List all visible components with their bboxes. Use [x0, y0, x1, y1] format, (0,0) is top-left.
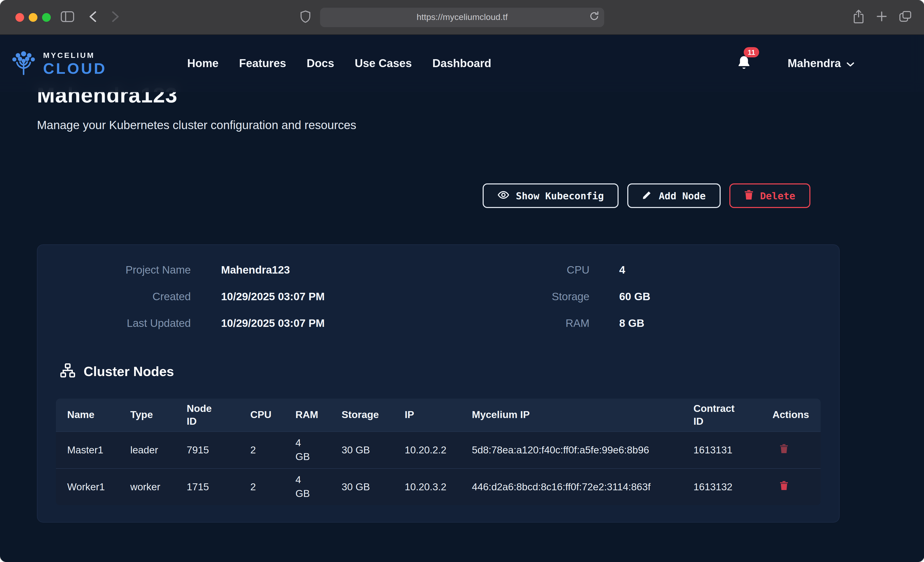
table-header-row: Name Type Node ID CPU RAM Storage IP Myc… — [56, 399, 820, 431]
cell-cpu: 2 — [239, 468, 284, 505]
details-right-column: CPU 4 Storage 60 GB RAM 8 GB — [438, 262, 820, 331]
cell-type: worker — [119, 468, 176, 505]
browser-window: https://myceliumcloud.tf — [0, 0, 924, 562]
delete-node-button[interactable] — [780, 444, 788, 455]
nav-item-dashboard[interactable]: Dashboard — [432, 57, 491, 70]
cell-contract-id: 1613131 — [682, 431, 761, 468]
col-contract-id: Contract ID — [682, 399, 761, 431]
cluster-nodes-label: Cluster Nodes — [84, 363, 174, 380]
reload-icon — [590, 11, 599, 24]
brand-logo[interactable]: MYCELIUM CLOUD — [9, 49, 106, 78]
reload-button[interactable] — [590, 11, 599, 24]
close-window-button[interactable] — [15, 13, 24, 21]
node-row-worker1: Worker1 worker 1715 2 4 GB 30 GB 10.20.3… — [56, 468, 820, 505]
col-ip: IP — [393, 399, 460, 431]
cpu-label: CPU — [438, 262, 590, 278]
storage-value: 60 GB — [620, 289, 820, 304]
cell-contract-id: 1613132 — [682, 468, 761, 505]
nav-item-features[interactable]: Features — [239, 57, 286, 70]
bell-icon — [737, 55, 751, 72]
show-kubeconfig-button[interactable]: Show Kubeconfig — [483, 184, 619, 208]
nodes-table-wrap: Name Type Node ID CPU RAM Storage IP Myc… — [56, 399, 820, 505]
col-type: Type — [119, 399, 176, 431]
notifications-button[interactable]: 11 — [737, 55, 751, 72]
col-ram: RAM — [284, 399, 330, 431]
browser-toolbar: https://myceliumcloud.tf — [0, 0, 924, 35]
tabs-icon — [899, 11, 911, 24]
cell-type: leader — [119, 431, 176, 468]
pencil-icon — [642, 190, 652, 202]
trash-icon — [780, 481, 788, 492]
back-button[interactable] — [88, 10, 99, 24]
cell-ip: 10.20.2.2 — [393, 431, 460, 468]
page-subtitle: Manage your Kubernetes cluster configura… — [37, 118, 839, 132]
col-cpu: CPU — [239, 399, 284, 431]
cell-name: Worker1 — [56, 468, 119, 505]
forward-icon — [110, 10, 120, 24]
cell-mycelium-ip: 5d8:78ea:a120:f40c:ff0f:a5fe:99e6:8b96 — [460, 431, 682, 468]
show-kubeconfig-label: Show Kubeconfig — [516, 190, 604, 201]
cell-cpu: 2 — [239, 431, 284, 468]
ram-label: RAM — [438, 315, 590, 331]
project-name-label: Project Name — [56, 262, 191, 278]
zoom-window-button[interactable] — [42, 13, 51, 21]
cell-actions — [761, 431, 820, 468]
window-controls — [15, 13, 51, 21]
col-node-id: Node ID — [176, 399, 239, 431]
minimize-window-button[interactable] — [29, 13, 38, 21]
cluster-card: Project Name Mahendra123 Created 10/29/2… — [37, 244, 839, 523]
last-updated-value: 10/29/2025 03:07 PM — [221, 315, 438, 331]
screen: https://myceliumcloud.tf — [0, 0, 924, 562]
nav-item-docs[interactable]: Docs — [307, 57, 334, 70]
delete-node-button[interactable] — [780, 481, 788, 492]
col-storage: Storage — [330, 399, 393, 431]
mycelium-tree-icon — [9, 49, 38, 78]
navbar-right: 11 Mahendra — [737, 55, 857, 72]
new-tab-icon — [876, 11, 886, 23]
user-menu-button[interactable]: Mahendra — [784, 56, 857, 71]
sidebar-toggle-button[interactable] — [60, 11, 74, 24]
cpu-value: 4 — [620, 262, 820, 278]
cell-ip: 10.20.3.2 — [393, 468, 460, 505]
privacy-shield-button[interactable] — [300, 10, 311, 24]
forward-button[interactable] — [110, 10, 120, 24]
col-actions: Actions — [761, 399, 820, 431]
shield-icon — [300, 10, 311, 24]
cell-actions — [761, 468, 820, 505]
new-tab-button[interactable] — [876, 11, 886, 23]
nav-item-use-cases[interactable]: Use Cases — [355, 57, 412, 70]
share-icon — [853, 9, 864, 25]
storage-label: Storage — [438, 289, 590, 304]
last-updated-label: Last Updated — [56, 315, 191, 331]
share-button[interactable] — [853, 9, 864, 25]
tab-overview-button[interactable] — [899, 11, 911, 24]
ram-value: 8 GB — [620, 315, 820, 331]
cell-node-id: 1715 — [176, 468, 239, 505]
trash-icon — [780, 444, 788, 455]
cell-ram: 4 GB — [284, 431, 330, 468]
chevron-down-icon — [846, 57, 854, 70]
user-name: Mahendra — [788, 57, 841, 70]
cluster-nodes-heading: Cluster Nodes — [56, 363, 820, 380]
cluster-details: Project Name Mahendra123 Created 10/29/2… — [56, 262, 820, 331]
sitemap-icon — [60, 363, 75, 380]
webpage: MYCELIUM CLOUD Home Features Docs Use Ca… — [0, 35, 924, 562]
nav-item-home[interactable]: Home — [187, 57, 219, 70]
delete-cluster-button[interactable]: Delete — [729, 184, 810, 208]
add-node-label: Add Node — [659, 190, 706, 201]
col-name: Name — [56, 399, 119, 431]
project-name-value: Mahendra123 — [221, 262, 438, 278]
add-node-button[interactable]: Add Node — [627, 184, 721, 208]
cell-mycelium-ip: 446:d2a6:8bcd:8c16:ff0f:72e2:3114:863f — [460, 468, 682, 505]
url-bar[interactable]: https://myceliumcloud.tf — [320, 8, 604, 27]
delete-label: Delete — [760, 190, 795, 201]
cell-storage: 30 GB — [330, 468, 393, 505]
brand-wordmark: MYCELIUM CLOUD — [43, 51, 106, 76]
col-mycelium-ip: Mycelium IP — [460, 399, 682, 431]
cell-name: Master1 — [56, 431, 119, 468]
cell-ram: 4 GB — [284, 468, 330, 505]
created-label: Created — [56, 289, 191, 304]
back-icon — [88, 10, 99, 24]
node-row-master1: Master1 leader 7915 2 4 GB 30 GB 10.20.2… — [56, 431, 820, 468]
nodes-table: Name Type Node ID CPU RAM Storage IP Myc… — [56, 399, 820, 505]
